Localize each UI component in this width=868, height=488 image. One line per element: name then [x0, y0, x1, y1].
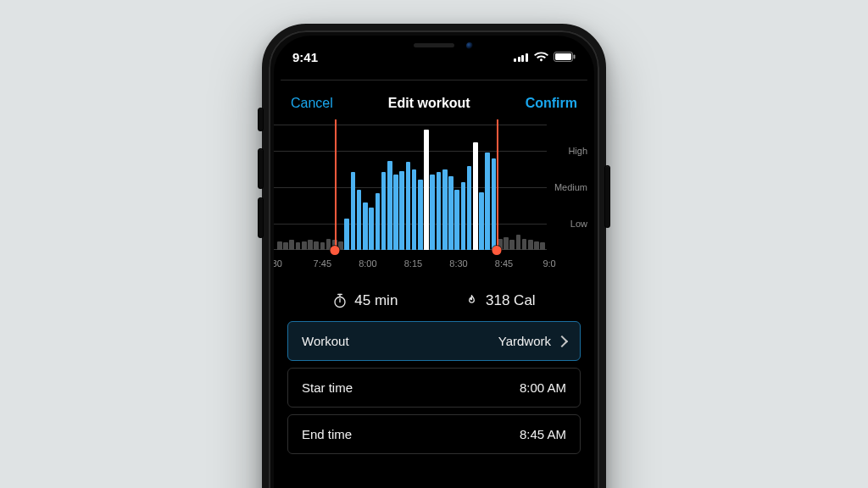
- confirm-button[interactable]: Confirm: [526, 96, 577, 111]
- chart-bar: [351, 172, 356, 250]
- y-label-medium: Medium: [554, 182, 587, 192]
- workout-label: Workout: [302, 334, 349, 348]
- duration-stat: 45 min: [332, 292, 398, 309]
- end-time-row[interactable]: End time 8:45 AM: [287, 414, 581, 454]
- chart-bar: [296, 242, 301, 250]
- chart-bar: [289, 240, 294, 250]
- page-title: Edit workout: [388, 96, 470, 111]
- screen: 9:41 C: [274, 36, 594, 488]
- chart-bar: [406, 162, 411, 250]
- x-tick: 30: [274, 258, 282, 269]
- stopwatch-icon: [332, 293, 348, 308]
- intensity-chart[interactable]: High Medium Low: [274, 125, 594, 250]
- chart-bar: [516, 235, 521, 250]
- cancel-button[interactable]: Cancel: [291, 96, 333, 111]
- workout-row[interactable]: Workout Yardwork: [287, 321, 581, 361]
- bars-container: [275, 125, 547, 250]
- chart-bar: [277, 241, 282, 250]
- status-time: 9:41: [292, 50, 318, 64]
- chart-bar: [492, 158, 497, 250]
- chart-bar: [344, 219, 349, 250]
- svg-rect-2: [574, 55, 576, 59]
- chart-bar: [473, 142, 478, 250]
- chart-bar: [308, 240, 313, 250]
- x-tick: 9:0: [542, 258, 555, 269]
- x-axis: 307:458:008:158:308:459:0: [274, 258, 594, 277]
- chart-bar: [302, 241, 307, 250]
- chart-bar: [412, 169, 417, 250]
- selection-end-handle[interactable]: [492, 246, 502, 255]
- chart-bar: [387, 161, 392, 250]
- silence-switch: [259, 108, 263, 130]
- y-label-high: High: [568, 146, 587, 156]
- selection-end-line: [497, 119, 498, 252]
- selection-start-handle[interactable]: [331, 246, 340, 255]
- chart-bar: [534, 241, 539, 250]
- chart-bar: [509, 240, 515, 250]
- chart-bar: [381, 172, 387, 250]
- volume-down-button: [259, 198, 263, 237]
- workout-value: Yardwork: [498, 334, 551, 348]
- chart-bar: [357, 190, 362, 250]
- power-button: [605, 166, 609, 227]
- y-label-low: Low: [570, 219, 587, 229]
- chart-bar: [424, 130, 429, 250]
- x-tick: 8:45: [495, 258, 513, 269]
- chart-bar: [363, 202, 368, 250]
- chart-bar: [376, 193, 381, 250]
- chart-bar: [369, 208, 374, 250]
- chart-bar: [399, 171, 404, 250]
- chart-bar: [393, 175, 398, 250]
- start-time-row[interactable]: Star time 8:00 AM: [287, 368, 581, 408]
- chart-bar: [314, 241, 319, 250]
- x-tick: 8:15: [404, 258, 422, 269]
- phone-frame: 9:41 C: [262, 24, 606, 488]
- nav-bar: Cancel Edit workout Confirm: [274, 84, 594, 123]
- chart-bar: [283, 242, 288, 250]
- start-time-value: 8:00 AM: [520, 380, 566, 395]
- flame-icon: [465, 293, 479, 308]
- start-time-label: Star time: [302, 380, 353, 395]
- chart-bar: [467, 166, 472, 250]
- chart-bar: [448, 176, 453, 250]
- chart-bar: [430, 175, 435, 250]
- status-icons: [514, 52, 576, 62]
- chart-bar: [540, 242, 545, 250]
- chevron-right-icon: [556, 335, 568, 347]
- wifi-icon: [534, 52, 548, 62]
- volume-up-button: [259, 149, 263, 188]
- end-time-value: 8:45 AM: [520, 427, 566, 441]
- chart-bar: [418, 180, 423, 250]
- chart-bar: [522, 239, 527, 250]
- chart-bar: [437, 172, 442, 250]
- calories-stat: 318 Cal: [465, 292, 536, 309]
- chart-bar: [504, 237, 509, 250]
- x-tick: 8:00: [359, 258, 376, 269]
- selection-start-line: [335, 119, 337, 252]
- duration-value: 45 min: [354, 292, 398, 309]
- chart-bar: [479, 192, 484, 250]
- chart-bar: [461, 182, 466, 250]
- detail-rows: Workout Yardwork Star time 8:00 AM End t…: [274, 319, 594, 463]
- status-bar: 9:41: [274, 36, 594, 75]
- chart-bar: [485, 152, 490, 250]
- cellular-signal-icon: [514, 52, 529, 62]
- chart-bar: [442, 169, 448, 250]
- svg-rect-1: [555, 53, 571, 60]
- x-tick: 7:45: [314, 258, 331, 269]
- battery-icon: [554, 52, 576, 62]
- chart-plot[interactable]: [274, 125, 547, 250]
- chart-bar: [320, 242, 326, 250]
- x-tick: 8:30: [449, 258, 467, 269]
- summary-row: 45 min 318 Cal: [274, 277, 594, 319]
- chart-bar: [454, 190, 459, 250]
- calories-value: 318 Cal: [486, 292, 536, 309]
- chart-bar: [528, 240, 533, 250]
- end-time-label: End time: [302, 427, 352, 441]
